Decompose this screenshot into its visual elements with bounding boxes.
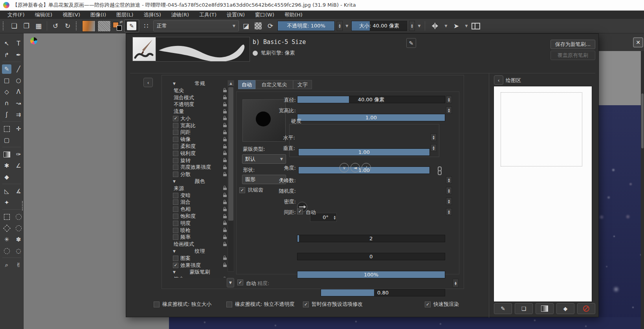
reference-images-tool-icon[interactable]: ✦ (2, 198, 11, 207)
option-checkbox[interactable] (173, 172, 178, 177)
lock-icon[interactable] (223, 104, 227, 106)
image-canvas[interactable] (599, 105, 644, 329)
freehand-select-tool-icon[interactable] (14, 223, 23, 233)
lock-icon[interactable] (223, 258, 227, 260)
menu-item[interactable]: 滤镜(R) (166, 11, 194, 19)
zoom-tool-icon[interactable]: ⌕ (2, 260, 11, 270)
option-checkbox[interactable] (173, 164, 178, 170)
background-color[interactable] (117, 26, 122, 31)
toolbar-drag-handle[interactable] (76, 22, 79, 30)
option-row-色相[interactable]: 色相 (172, 206, 228, 213)
lock-icon[interactable] (223, 209, 227, 211)
save-new-preset-button[interactable]: 保存为新笔刷... (550, 40, 595, 49)
move-tool-icon[interactable]: ✛ (14, 124, 23, 133)
precision-auto-checkbox[interactable]: ✓ (237, 280, 243, 285)
eraser-opacity-checkbox[interactable] (226, 302, 232, 307)
assistants-tool-icon[interactable]: ◺ (2, 186, 11, 196)
opacity-dropdown-icon[interactable]: ▼ (345, 21, 349, 31)
open-document-icon[interactable]: ❐ (21, 21, 31, 31)
option-checkbox[interactable] (173, 228, 178, 233)
spikes-spinner[interactable]: ▲▼ (446, 176, 452, 184)
lock-icon[interactable] (223, 97, 227, 99)
option-row-宽高比[interactable]: 宽高比 (172, 122, 228, 129)
docker-splitter-handle[interactable] (22, 201, 24, 210)
mirror-horizontal-icon[interactable] (428, 21, 442, 31)
pattern-swatch[interactable] (97, 20, 111, 32)
option-row-绘画模式[interactable]: 绘画模式 (172, 241, 228, 248)
lock-icon[interactable] (223, 153, 227, 155)
lock-icon[interactable] (223, 230, 227, 232)
option-row-笔尖[interactable]: 笔尖 (172, 276, 228, 278)
hardness-vertical-slider[interactable]: 1.00 (298, 166, 430, 174)
bezier-curve-tool-icon[interactable]: ∩ (2, 99, 11, 108)
toolbar-drag-handle[interactable] (3, 22, 6, 30)
menu-item[interactable]: 编辑(E) (30, 11, 57, 19)
size-spinner[interactable]: ▲▼ (409, 21, 415, 31)
swap-colors-icon[interactable]: ⇄ (119, 20, 123, 24)
lock-icon[interactable] (223, 139, 227, 141)
ratio-spinner[interactable]: ▲▼ (446, 106, 452, 114)
option-section-常规[interactable]: ▼常规 (172, 80, 228, 87)
brush-size-slider[interactable]: 大小: 40.00 像素 (351, 21, 407, 31)
foreground-background-colors[interactable]: ⇄ (113, 21, 122, 31)
redo-icon[interactable]: ↻ (62, 21, 73, 31)
option-checkbox[interactable] (173, 144, 178, 149)
collapse-presets-button[interactable]: ‹ (143, 78, 153, 87)
option-checkbox[interactable] (173, 123, 178, 128)
similar-color-select-tool-icon[interactable]: ✽ (14, 235, 23, 244)
line-tool-icon[interactable]: ╱ (14, 64, 23, 74)
lock-icon[interactable] (223, 111, 227, 113)
pan-tool-icon[interactable]: ✌ (14, 260, 23, 270)
gradient-tool-icon[interactable] (2, 150, 11, 159)
menu-item[interactable]: 窗口(W) (250, 11, 279, 19)
spikes-slider[interactable]: 2 (297, 235, 445, 242)
new-page-icon[interactable]: ❏ (515, 303, 533, 314)
option-row-变暗[interactable]: 变暗 (172, 192, 228, 199)
ellipse-tool-icon[interactable]: ○ (14, 76, 23, 85)
option-checkbox[interactable] (173, 214, 178, 219)
section-caret-icon[interactable]: ▼ (173, 82, 178, 86)
section-caret-icon[interactable]: ▼ (173, 179, 178, 183)
density-spinner[interactable]: ▲▼ (446, 197, 452, 205)
option-checkbox[interactable] (173, 199, 178, 205)
option-row-间距[interactable]: 间距 (172, 129, 228, 136)
gradient-icon[interactable] (536, 303, 554, 314)
angle-spinner[interactable]: ▲▼ (334, 213, 336, 221)
tab-文字[interactable]: 文字 (293, 80, 312, 89)
spacing-slider[interactable]: 0.80 (321, 289, 445, 296)
scrollbar-thumb[interactable] (641, 93, 644, 148)
temp-save-checkbox[interactable]: ✓ (303, 302, 309, 307)
collapse-scratchpad-button[interactable]: ‹ (494, 75, 503, 85)
menu-item[interactable]: 选择(S) (138, 11, 166, 19)
option-checkbox[interactable] (173, 207, 178, 212)
randomness-spinner[interactable]: ▲▼ (446, 187, 452, 194)
save-document-icon[interactable]: ▦ (33, 21, 44, 31)
option-row-笔尖[interactable]: 笔尖 (172, 87, 228, 94)
tab-自动[interactable]: 自动 (238, 80, 255, 89)
option-checkbox[interactable] (173, 234, 178, 240)
freehand-brush-tool-icon[interactable]: ✎ (2, 64, 11, 74)
tab-自定义笔尖[interactable]: 自定义笔尖 (255, 80, 293, 89)
spacing-spinner[interactable]: ▲▼ (446, 208, 452, 216)
mirror-vertical-icon[interactable]: ➤ (450, 21, 462, 31)
option-row-明度[interactable]: 明度 (172, 220, 228, 227)
option-row-旋转[interactable]: 旋转 (172, 157, 228, 164)
polygon-select-tool-icon[interactable] (2, 223, 11, 233)
eraser-mode-icon[interactable]: ◪ (241, 21, 251, 31)
option-row-饱和度[interactable]: 饱和度 (172, 213, 228, 220)
preserve-alpha-icon[interactable] (253, 21, 263, 31)
option-row-来源[interactable]: 来源 (172, 185, 228, 192)
fill-tool-icon[interactable]: ◆ (2, 172, 11, 182)
disable-icon[interactable] (577, 303, 595, 314)
lock-icon[interactable] (223, 146, 227, 148)
option-checkbox[interactable] (173, 193, 178, 198)
menu-item[interactable]: 设置(N) (222, 11, 250, 19)
instant-preview-checkbox[interactable]: ✓ (425, 302, 431, 307)
menu-item[interactable]: 图层(L) (111, 11, 138, 19)
menu-item[interactable]: 图像(I) (85, 11, 111, 19)
workspace-chooser-icon[interactable] (471, 21, 481, 31)
rename-preset-icon[interactable]: ✎ (406, 38, 416, 48)
paintbrush-icon[interactable]: ✎ (494, 303, 512, 314)
brush-editor-button[interactable]: ✎ (124, 20, 139, 32)
lock-icon[interactable] (223, 167, 227, 169)
